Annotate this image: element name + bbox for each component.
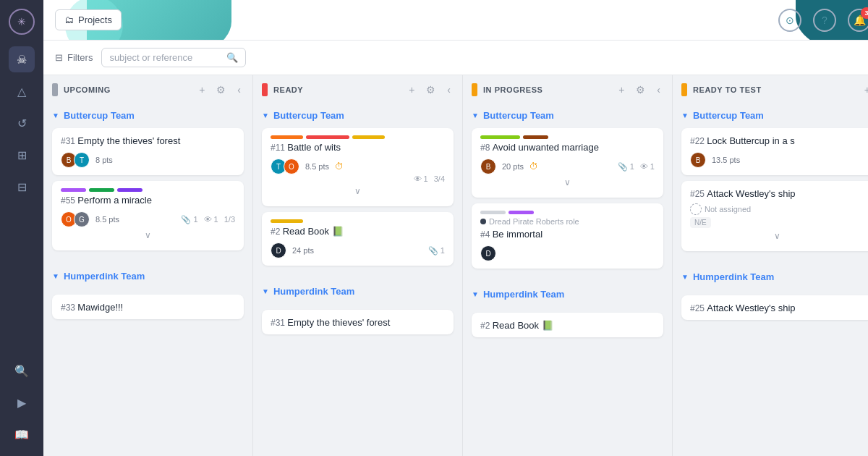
column-header-in-progress: IN PROGRESS + ⚙ ‹	[463, 75, 672, 104]
avatar: T	[74, 152, 90, 168]
app-logo[interactable]: ✳	[9, 9, 35, 35]
search-bar[interactable]: subject or reference 🔍	[101, 48, 246, 67]
help-icon: ?	[822, 14, 827, 26]
cards-rtt-buttercup: #22 Lock Buttercup in a s B 13.5 pts #25…	[673, 125, 868, 254]
team-name: Humperdink Team	[273, 286, 354, 297]
sidebar-item-triangle[interactable]: △	[9, 78, 35, 104]
cards-progress-humperdink: #2 Read Book 📗	[463, 313, 672, 337]
sidebar-item-grid[interactable]: ⊞	[9, 142, 35, 168]
column-title-ready: READY	[273, 85, 400, 94]
help-button[interactable]: ?	[813, 9, 836, 32]
avatar: O	[284, 159, 299, 174]
collapse-upcoming-button[interactable]: ‹	[234, 83, 244, 97]
card-id: #22 Lock Buttercup in a s	[690, 135, 864, 146]
expand-card-button[interactable]: ∨	[271, 183, 445, 199]
card-33-upcoming: #33 Mawidge!!!	[52, 295, 244, 319]
compass-button[interactable]: ⊙	[778, 9, 801, 32]
card-points: 24 pts	[292, 246, 314, 255]
subtoolbar: ⊟ Filters subject or reference 🔍	[43, 41, 868, 75]
notification-button[interactable]: 🔔 3	[848, 9, 868, 32]
collapse-ready-button[interactable]: ‹	[444, 83, 454, 97]
add-rtt-button[interactable]: +	[861, 83, 868, 97]
expand-card-button[interactable]: ∨	[61, 227, 235, 243]
card-31-ready-hump: #31 Empty the thieves' forest	[262, 310, 454, 334]
card-avatars: O G	[61, 211, 90, 227]
card-id: #33	[61, 303, 77, 313]
expand-card-button[interactable]: ∨	[480, 174, 655, 190]
column-title-ready-to-test: READY TO TEST	[693, 85, 856, 94]
topbar: 🗂 Projects ⊙ ? 🔔 3	[43, 0, 868, 41]
pirate-icon: ☠	[17, 53, 27, 67]
card-avatars: D	[480, 245, 496, 261]
team-header-buttercup-upcoming[interactable]: ▼ Buttercup Team	[52, 107, 244, 124]
sidebar-item-pirate[interactable]: ☠	[9, 46, 35, 72]
main-content: 🗂 Projects ⊙ ? 🔔 3 ⊟ Filters subject or …	[43, 0, 868, 456]
tag	[271, 219, 303, 223]
eye-icon: 👁 1	[640, 162, 655, 171]
role-dot	[480, 219, 486, 224]
projects-button[interactable]: 🗂 Projects	[55, 9, 122, 30]
add-in-progress-button[interactable]: +	[616, 83, 627, 97]
not-assigned-label: Not assigned	[690, 203, 864, 215]
cards-upcoming-humperdink: #33 Mawidge!!!	[43, 295, 252, 319]
role-text: Dread Pirate Roberts role	[489, 217, 579, 226]
settings-upcoming-button[interactable]: ⚙	[213, 83, 229, 97]
settings-in-progress-button[interactable]: ⚙	[633, 83, 648, 97]
card-id: #2	[480, 321, 493, 331]
card-title: Read Book 📗	[493, 320, 553, 331]
team-header-humperdink-ready[interactable]: ▼ Humperdink Team	[262, 283, 454, 300]
card-points: 20 pts	[502, 162, 524, 171]
sidebar-item-search[interactable]: 🔍	[9, 358, 35, 384]
sidebar-item-book[interactable]: 📖	[9, 421, 35, 447]
collapse-in-progress-button[interactable]: ‹	[654, 83, 663, 97]
team-header-buttercup-ready[interactable]: ▼ Buttercup Team	[262, 107, 454, 124]
search-placeholder: subject or reference	[109, 52, 192, 63]
humperdink-row-ready: ▼ Humperdink Team	[253, 277, 462, 305]
sidebar-item-history[interactable]: ↺	[9, 110, 35, 136]
team-header-buttercup-progress[interactable]: ▼ Buttercup Team	[472, 107, 663, 124]
clip-icon: 📎 1	[181, 215, 197, 224]
tag	[523, 135, 548, 139]
card-meta: 📎 1 👁 1	[618, 162, 655, 172]
column-title-in-progress: IN PROGRESS	[483, 85, 610, 94]
topbar-decorations	[43, 0, 868, 40]
card-title: Mawidge!!!	[77, 302, 123, 313]
add-upcoming-button[interactable]: +	[196, 83, 208, 97]
card-tags	[480, 135, 655, 139]
cards-rtt-humperdink: #25 Attack Westley's ship	[673, 295, 868, 320]
chevron-down-icon: ▼	[262, 287, 269, 295]
settings-ready-button[interactable]: ⚙	[423, 83, 438, 97]
card-id: #11 Battle of wits	[271, 142, 445, 153]
sidebar: ✳ ☠ △ ↺ ⊞ ⊟ 🔍 ▶ 📖	[0, 0, 43, 456]
filter-button[interactable]: ⊟ Filters	[55, 52, 93, 63]
card-bottom: D 24 pts 📎 1	[271, 242, 445, 258]
sidebar-item-bookmark[interactable]: ⊟	[9, 174, 35, 200]
card-points: 8.5 pts	[95, 215, 119, 224]
clock-icon: ⏱	[529, 161, 538, 172]
sidebar-item-video[interactable]: ▶	[9, 389, 35, 415]
avatar: G	[74, 211, 90, 227]
card-avatars: B T	[61, 152, 90, 168]
book-icon: 📖	[14, 428, 29, 442]
team-name: Humperdink Team	[483, 289, 564, 300]
card-22-rtt: #22 Lock Buttercup in a s B 13.5 pts	[681, 128, 868, 175]
add-ready-button[interactable]: +	[406, 83, 417, 97]
card-id: #8 Avoid unwanted marriage	[480, 142, 655, 153]
card-id: #4 Be immortal	[480, 229, 655, 240]
column-in-progress: IN PROGRESS + ⚙ ‹ ▼ Buttercup Team	[463, 75, 673, 456]
team-header-humperdink-progress[interactable]: ▼ Humperdink Team	[472, 286, 663, 303]
team-header-buttercup-rtt[interactable]: ▼ Buttercup Team	[681, 107, 868, 124]
avatar: B	[690, 152, 706, 168]
team-name: Buttercup Team	[273, 110, 344, 121]
team-header-humperdink-upcoming[interactable]: ▼ Humperdink Team	[52, 268, 244, 284]
expand-card-button[interactable]: ∨	[690, 228, 864, 244]
search-icon-inline: 🔍	[226, 52, 238, 63]
card-25-rtt-hump: #25 Attack Westley's ship	[681, 295, 868, 320]
card-25-rtt: #25 Attack Westley's ship Not assigned N…	[681, 181, 868, 251]
tag	[271, 135, 303, 139]
team-group-buttercup-upcoming: ▼ Buttercup Team	[43, 104, 252, 125]
chevron-down-icon: ▼	[472, 111, 479, 119]
video-icon: ▶	[17, 396, 26, 410]
team-group-humperdink-upcoming: ▼ Humperdink Team #33 Mawidge!!!	[43, 262, 252, 319]
team-header-humperdink-rtt[interactable]: ▼ Humperdink Team	[681, 269, 868, 285]
